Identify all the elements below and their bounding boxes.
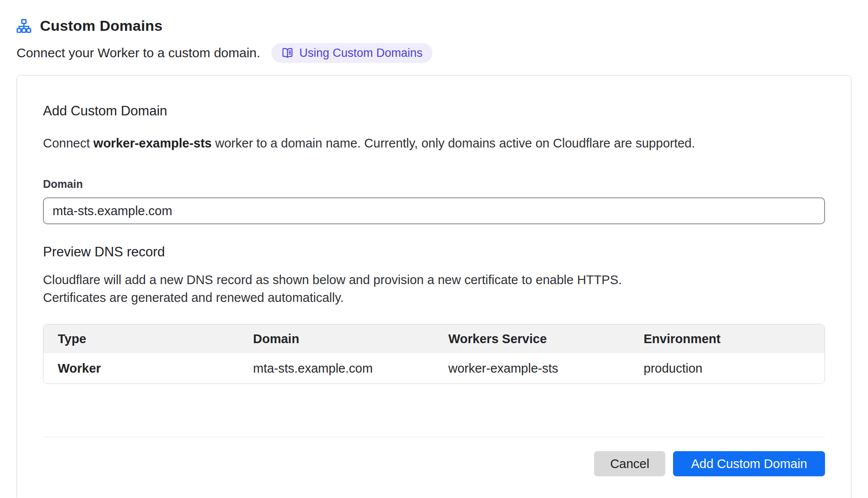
domain-input[interactable] <box>43 197 825 224</box>
page-header: Custom Domains <box>17 17 851 34</box>
cell-type: Worker <box>43 353 239 383</box>
card-heading: Add Custom Domain <box>43 103 825 119</box>
intro-text: Connect worker-example-sts worker to a d… <box>43 134 825 152</box>
column-header-workers-service: Workers Service <box>434 324 630 353</box>
domain-label: Domain <box>43 178 825 190</box>
page-subtitle: Connect your Worker to a custom domain. <box>17 46 260 60</box>
open-book-icon <box>281 47 294 59</box>
dns-description: Cloudflare will add a new DNS record as … <box>43 271 677 307</box>
cell-workers-service: worker-example-sts <box>434 353 630 383</box>
intro-prefix: Connect <box>43 136 93 150</box>
cancel-button[interactable]: Cancel <box>594 451 665 476</box>
worker-name: worker-example-sts <box>93 136 211 150</box>
add-custom-domain-card: Add Custom Domain Connect worker-example… <box>17 75 851 498</box>
intro-suffix: worker to a domain name. Currently, only… <box>211 136 695 150</box>
cell-domain: mta-sts.example.com <box>239 353 434 383</box>
footer-divider <box>43 437 825 437</box>
dns-preview-table: Type Domain Workers Service Environment … <box>43 324 825 384</box>
column-header-domain: Domain <box>239 324 434 353</box>
preview-dns-heading: Preview DNS record <box>43 244 825 260</box>
card-footer: Cancel Add Custom Domain <box>43 451 825 476</box>
table-header-row: Type Domain Workers Service Environment <box>43 324 825 353</box>
docs-link-label: Using Custom Domains <box>299 46 422 60</box>
custom-domains-page: Custom Domains Connect your Worker to a … <box>0 0 868 498</box>
column-header-type: Type <box>43 324 239 353</box>
column-header-environment: Environment <box>629 324 825 353</box>
docs-link-badge[interactable]: Using Custom Domains <box>271 43 432 63</box>
sitemap-icon <box>17 19 31 33</box>
add-custom-domain-button[interactable]: Add Custom Domain <box>673 451 825 476</box>
page-title: Custom Domains <box>40 17 162 34</box>
subtitle-row: Connect your Worker to a custom domain. … <box>17 43 851 63</box>
cell-environment: production <box>629 353 825 383</box>
table-row: Worker mta-sts.example.com worker-exampl… <box>43 353 825 383</box>
